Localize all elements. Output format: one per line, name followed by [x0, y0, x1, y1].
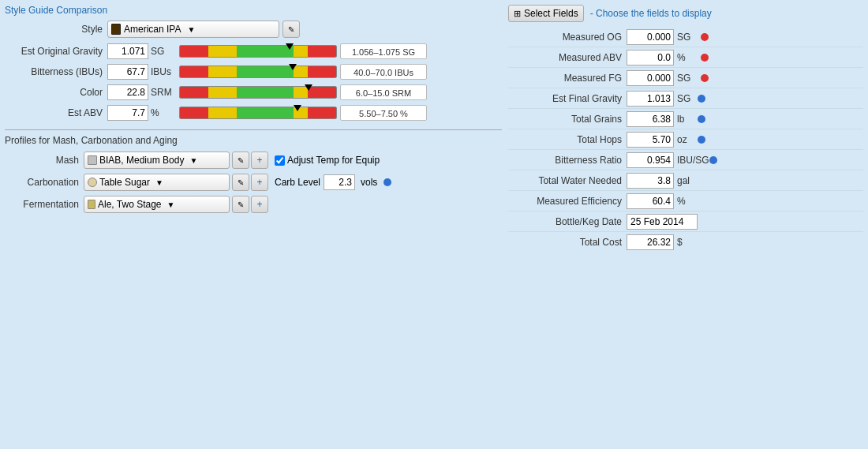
gauge-bar-1 [179, 65, 337, 78]
adjust-temp-checkbox[interactable] [275, 155, 285, 166]
right-row: Bitterness Ratio IBU/SG [508, 150, 863, 170]
right-table: Measured OG SG Measured ABV % Measured F… [508, 27, 863, 253]
beer-icon [111, 24, 121, 35]
stat-unit-2: SRM [148, 87, 176, 98]
gauge-bar-0 [179, 45, 337, 58]
stat-input-1[interactable] [107, 64, 148, 80]
right-unit-6: IBU/SG [674, 155, 709, 166]
gauge-green [237, 66, 294, 77]
style-select[interactable]: American IPA ▼ [107, 21, 279, 38]
mash-select[interactable]: BIAB, Medium Body ▼ [84, 152, 230, 169]
style-edit-button[interactable]: ✎ [282, 21, 300, 38]
stat-range-2: 6.0–15.0 SRM [340, 84, 427, 100]
fermentation-select[interactable]: Ale, Two Stage ▼ [84, 196, 230, 213]
stat-unit-0: SG [148, 46, 176, 57]
blue-indicator-dot-5 [698, 136, 705, 144]
mash-row: Mash BIAB, Medium Body ▼ ✎ + Adjust Temp [5, 151, 502, 170]
stat-label-1: Bitterness (IBUs) [5, 66, 107, 77]
right-input-5[interactable] [627, 132, 674, 148]
right-unit-7: gal [674, 175, 698, 186]
right-input-0[interactable] [627, 29, 674, 45]
carb-icon [88, 178, 97, 187]
stat-row: Est Original Gravity SG 1.056–1.075 SG [5, 43, 502, 60]
right-input-8[interactable] [627, 193, 674, 209]
gauge-bar-3 [179, 107, 337, 119]
stat-label-0: Est Original Gravity [5, 46, 107, 57]
carb-level-input[interactable] [324, 174, 355, 190]
carb-indicator-dot [383, 178, 391, 186]
right-label-3: Est Final Gravity [508, 93, 627, 104]
right-input-6[interactable] [627, 152, 674, 168]
gauge-red-left [180, 66, 208, 77]
carbonation-select[interactable]: Table Sugar ▼ [84, 174, 230, 191]
mash-edit-btn[interactable]: ✎ [232, 152, 249, 169]
gauge-yellow [208, 107, 237, 118]
gauge-2 [179, 86, 337, 99]
right-input-1[interactable] [627, 50, 674, 65]
stat-rows: Est Original Gravity SG 1.056–1.075 SG B… [5, 43, 502, 122]
profiles-title: Profiles for Mash, Carbonation and Aging [5, 135, 502, 146]
right-unit-8: % [674, 196, 698, 207]
carb-add-btn[interactable]: + [251, 174, 268, 191]
right-label-9: Bottle/Keg Date [508, 216, 627, 227]
left-panel: Style Guide Comparison Style American IP… [5, 5, 502, 444]
blue-indicator-dot-3 [698, 95, 705, 103]
gauge-red-right [308, 107, 336, 118]
right-input-10[interactable] [627, 234, 674, 250]
style-label: Style [5, 24, 107, 35]
carb-arrow: ▼ [155, 178, 163, 187]
mash-add-btn[interactable]: + [251, 152, 268, 169]
blue-indicator-dot-6 [709, 156, 717, 164]
right-row: Est Final Gravity SG [508, 88, 863, 109]
stat-row: Bitterness (IBUs) IBUs 40.0–70.0 IBUs [5, 63, 502, 80]
pencil-icon: ✎ [288, 25, 294, 34]
right-input-2[interactable] [627, 70, 674, 86]
stat-input-2[interactable] [107, 84, 148, 100]
gauge-green [237, 107, 294, 118]
red-indicator-dot-2 [701, 74, 709, 82]
right-unit-0: SG [674, 32, 698, 43]
right-input-3[interactable] [627, 91, 674, 107]
stat-label-3: Est ABV [5, 107, 107, 118]
ferm-add-btn[interactable]: + [251, 196, 268, 213]
blue-indicator-dot-4 [698, 115, 705, 123]
right-label-10: Total Cost [508, 237, 627, 248]
choose-text: - Choose the fields to display [590, 8, 712, 19]
style-value: American IPA [124, 24, 181, 35]
right-label-0: Measured OG [508, 32, 627, 43]
ferm-edit-btn[interactable]: ✎ [232, 196, 249, 213]
fermentation-value: Ale, Two Stage [98, 199, 162, 210]
right-row: Total Grains lb [508, 109, 863, 129]
fields-icon: ⊞ [514, 9, 521, 19]
gauge-1 [179, 65, 337, 78]
right-date-input-9[interactable] [627, 214, 698, 230]
gauge-0 [179, 45, 337, 58]
gauge-yellow [208, 66, 237, 77]
stat-input-3[interactable] [107, 105, 148, 121]
select-fields-button[interactable]: ⊞ Select Fields [508, 5, 584, 22]
select-fields-label: Select Fields [524, 8, 578, 19]
right-row: Total Cost $ [508, 232, 863, 253]
right-row: Measured Efficiency % [508, 191, 863, 211]
right-label-6: Bitterness Ratio [508, 155, 627, 166]
stat-input-0[interactable] [107, 43, 148, 59]
right-row: Bottle/Keg Date [508, 211, 863, 232]
right-label-2: Measured FG [508, 73, 627, 84]
right-input-4[interactable] [627, 111, 674, 127]
gauge-marker-3 [294, 105, 301, 111]
gauge-red-right [308, 46, 336, 57]
carb-level-label: Carb Level [275, 177, 320, 188]
carb-edit-btn[interactable]: ✎ [232, 174, 249, 191]
right-panel: ⊞ Select Fields - Choose the fields to d… [508, 5, 863, 444]
right-row: Measured FG SG [508, 68, 863, 88]
gauge-red-left [180, 87, 208, 98]
mash-value: BIAB, Medium Body [99, 155, 184, 166]
right-input-7[interactable] [627, 173, 674, 189]
right-unit-5: oz [674, 134, 698, 145]
gauge-bar-2 [179, 86, 337, 99]
section-title: Style Guide Comparison [5, 5, 502, 16]
stat-unit-1: IBUs [148, 66, 176, 77]
adjust-temp-label[interactable]: Adjust Temp for Equip [275, 155, 380, 166]
right-header: ⊞ Select Fields - Choose the fields to d… [508, 5, 863, 22]
carbonation-value: Table Sugar [99, 177, 150, 188]
